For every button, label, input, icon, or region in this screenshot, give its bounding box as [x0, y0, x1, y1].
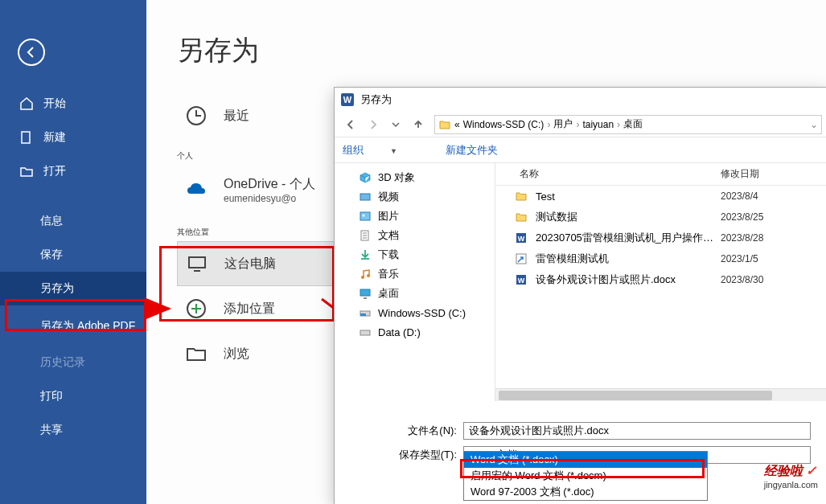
- nav-info[interactable]: 信息: [0, 204, 146, 238]
- cloud-icon: [185, 178, 208, 201]
- tree-downloads[interactable]: 下载: [335, 245, 495, 264]
- newfolder-button[interactable]: 新建文件夹: [446, 143, 498, 158]
- nav-open[interactable]: 打开: [0, 154, 146, 188]
- filetype-dropdown: Word 文档 (*.docx) 启用宏的 Word 文档 (*.docm) W…: [463, 451, 708, 501]
- shortcut-icon: [515, 252, 528, 265]
- nav-up-button[interactable]: [407, 115, 429, 134]
- svg-text:W: W: [518, 235, 525, 243]
- tree-videos[interactable]: 视频: [335, 187, 495, 207]
- nav-back-button[interactable]: [339, 115, 362, 134]
- nav-label: 保存: [40, 248, 63, 262]
- tree-drive-d[interactable]: Data (D:): [335, 322, 495, 342]
- svg-rect-0: [22, 132, 30, 143]
- tree-desktop[interactable]: 桌面: [335, 284, 495, 303]
- folder-icon: [515, 190, 528, 203]
- svg-point-11: [367, 274, 370, 277]
- nav-label: 另存为: [40, 281, 74, 296]
- nav-saveas-pdf[interactable]: 另存为 Adobe PDF: [0, 305, 146, 346]
- dialog-titlebar: W 另存为: [335, 88, 826, 112]
- dialog-navbar: « Windows-SSD (C:)› 用户› taiyuan› 桌面 ⌄: [335, 112, 826, 137]
- nav-recent-button[interactable]: [384, 115, 407, 134]
- folder-tree: 3D 对象 视频 图片 文档 下载 音乐 桌面 Windows-SSD (C:)…: [335, 163, 495, 401]
- tree-drive-c[interactable]: Windows-SSD (C:): [335, 303, 495, 322]
- backstage-sidebar: 开始 新建 打开 信息 保存 另存为 另存为 Adobe PDF 历史记录 打印…: [0, 0, 146, 504]
- video-icon: [359, 191, 372, 203]
- table-row[interactable]: 测试数据2023/8/25: [495, 207, 826, 227]
- nav-print[interactable]: 打印: [0, 379, 146, 413]
- loc-label: OneDrive - 个人: [224, 177, 315, 191]
- back-button[interactable]: [18, 39, 45, 66]
- chevron-down-icon[interactable]: ⌄: [810, 119, 818, 130]
- pc-icon: [186, 252, 208, 275]
- nav-label: 历史记录: [40, 355, 85, 370]
- tree-pictures[interactable]: 图片: [335, 207, 495, 226]
- tree-3d[interactable]: 3D 对象: [335, 168, 495, 187]
- svg-rect-2: [189, 257, 205, 268]
- svg-rect-15: [360, 330, 370, 335]
- table-row[interactable]: W20230705雷管模组测试机_用户操作手...2023/8/28: [495, 227, 826, 248]
- path-seg[interactable]: taiyuan: [579, 119, 617, 130]
- col-name[interactable]: 名称: [495, 167, 721, 181]
- dialog-body: 3D 对象 视频 图片 文档 下载 音乐 桌面 Windows-SSD (C:)…: [335, 163, 826, 401]
- dialog-title: 另存为: [360, 92, 392, 107]
- svg-point-8: [363, 215, 365, 217]
- nav-list: 开始 新建 打开 信息 保存 另存为 另存为 Adobe PDF 历史记录 打印…: [0, 87, 146, 447]
- tree-documents[interactable]: 文档: [335, 226, 495, 245]
- loc-label: 最近: [224, 108, 249, 125]
- svg-rect-6: [360, 194, 370, 200]
- new-icon: [19, 130, 34, 145]
- nav-label: 开始: [43, 96, 66, 111]
- path-seg[interactable]: Windows-SSD (C:): [460, 119, 548, 130]
- path-seg[interactable]: 桌面: [620, 117, 646, 131]
- path-prefix: «: [454, 119, 460, 130]
- filename-input[interactable]: 设备外观设计图片或照片.docx: [463, 422, 811, 440]
- nav-new[interactable]: 新建: [0, 121, 146, 154]
- nav-label: 信息: [40, 214, 63, 228]
- downloads-icon: [359, 248, 372, 261]
- svg-point-10: [361, 276, 364, 279]
- nav-history[interactable]: 历史记录: [0, 346, 146, 379]
- dialog-form: 文件名(N): 设备外观设计图片或照片.docx 保存类型(T): Word 文…: [335, 401, 826, 504]
- table-row[interactable]: Test2023/8/4: [495, 186, 826, 207]
- nav-label: 另存为 Adobe PDF: [40, 318, 135, 333]
- word-icon: W: [341, 93, 354, 106]
- dropdown-option[interactable]: 启用宏的 Word 文档 (*.docm): [464, 468, 707, 484]
- dialog-toolbar: 组织▼ 新建文件夹: [335, 137, 826, 163]
- documents-icon: [359, 229, 372, 242]
- table-row[interactable]: 雷管模组测试机2023/1/5: [495, 248, 826, 269]
- nav-save[interactable]: 保存: [0, 238, 146, 272]
- nav-home[interactable]: 开始: [0, 87, 146, 121]
- address-bar[interactable]: « Windows-SSD (C:)› 用户› taiyuan› 桌面 ⌄: [434, 115, 822, 134]
- nav-label: 共享: [40, 423, 63, 437]
- svg-rect-7: [360, 212, 370, 220]
- dropdown-option[interactable]: Word 文档 (*.docx): [464, 452, 707, 468]
- dropdown-option[interactable]: Word 97-2003 文档 (*.doc): [464, 484, 707, 500]
- nav-saveas[interactable]: 另存为: [0, 272, 146, 305]
- table-row[interactable]: W设备外观设计图片或照片.docx2023/8/30: [495, 269, 826, 290]
- drive-icon: [359, 306, 372, 319]
- organize-button[interactable]: 组织▼: [343, 143, 421, 158]
- svg-text:W: W: [518, 277, 525, 285]
- tree-music[interactable]: 音乐: [335, 264, 495, 284]
- folder-icon: [185, 342, 208, 365]
- col-date[interactable]: 修改日期: [721, 167, 826, 181]
- open-icon: [19, 164, 34, 178]
- drive-icon: [359, 326, 372, 338]
- nav-forward-button[interactable]: [362, 115, 384, 134]
- addplace-icon: [185, 297, 208, 320]
- loc-label: 这台电脑: [224, 256, 276, 272]
- nav-label: 打印: [40, 389, 63, 404]
- nav-label: 打开: [43, 164, 66, 178]
- desktop-icon: [359, 287, 372, 300]
- filetype-label: 保存类型(T):: [383, 448, 457, 462]
- horizontal-scrollbar[interactable]: [495, 388, 826, 401]
- arrow-left-icon: [25, 46, 38, 59]
- file-header: 名称 修改日期: [495, 163, 826, 186]
- nav-share[interactable]: 共享: [0, 413, 146, 447]
- home-icon: [19, 96, 34, 111]
- path-seg[interactable]: 用户: [550, 117, 576, 131]
- pictures-icon: [359, 210, 372, 223]
- watermark: 经验啦 ✓ jingyanla.com: [764, 463, 818, 490]
- word-doc-icon: W: [515, 273, 528, 286]
- folder-small-icon: [438, 118, 451, 131]
